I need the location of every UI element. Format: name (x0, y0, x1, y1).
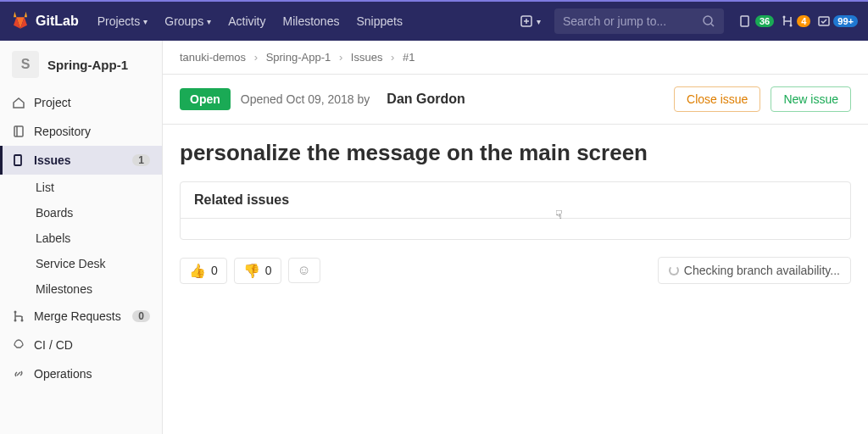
related-issues-panel: Related issues (180, 181, 851, 240)
chevron-right-icon: › (339, 51, 342, 64)
svg-point-10 (21, 320, 24, 322)
nav-snippets[interactable]: Snippets (351, 9, 407, 33)
sidebar-item-repository[interactable]: Repository (0, 117, 162, 146)
thumbs-up-count: 0 (211, 264, 218, 277)
spinner-icon (669, 265, 679, 275)
new-menu-button[interactable]: ▾ (515, 11, 546, 31)
sidebar: S Spring-App-1 Project Repository Issues… (0, 41, 163, 434)
chevron-right-icon: › (254, 51, 258, 64)
brand-label: GitLab (36, 14, 79, 29)
sidebar-item-project[interactable]: Project (0, 88, 162, 117)
sidebar-item-operations[interactable]: Operations (0, 359, 162, 388)
issue-title: personalize the message on the main scre… (180, 140, 851, 166)
breadcrumb-part[interactable]: tanuki-demos (180, 51, 246, 64)
thumbs-down-icon: 👎 (243, 263, 260, 279)
sidebar-item-issues[interactable]: Issues 1 (0, 146, 162, 175)
opened-text: Opened Oct 09, 2018 by (241, 92, 370, 106)
breadcrumb-part[interactable]: Issues (351, 51, 383, 64)
nav-groups[interactable]: Groups▾ (159, 9, 216, 33)
reactions-row: 👍 0 👎 0 ☺ Checking branch availability..… (180, 253, 851, 294)
status-badge: Open (180, 88, 231, 110)
todos-count-badge: 99+ (833, 15, 858, 27)
breadcrumb-part[interactable]: #1 (403, 51, 415, 64)
sidebar-item-label: Project (34, 96, 71, 109)
project-header[interactable]: S Spring-App-1 (0, 41, 162, 88)
svg-rect-7 (14, 155, 21, 165)
search-icon (702, 14, 715, 28)
breadcrumb-part[interactable]: Spring-App-1 (266, 51, 331, 64)
top-navbar: GitLab Projects▾ Groups▾ Activity Milest… (0, 0, 868, 41)
chevron-right-icon: › (391, 51, 394, 64)
gitlab-logo-icon[interactable] (10, 9, 31, 33)
sidebar-sub-service-desk[interactable]: Service Desk (0, 251, 162, 276)
sidebar-sub-boards[interactable]: Boards (0, 200, 162, 225)
issues-icon (12, 153, 25, 167)
sidebar-item-merge-requests[interactable]: Merge Requests 0 (0, 302, 162, 331)
thumbs-down-count: 0 (265, 264, 272, 277)
chevron-down-icon: ▾ (207, 17, 211, 26)
nav-projects[interactable]: Projects▾ (92, 9, 153, 33)
related-issues-header: Related issues (181, 182, 850, 219)
mrs-count-badge: 4 (797, 15, 810, 27)
rocket-icon (12, 338, 25, 352)
svg-point-8 (14, 311, 17, 314)
nav-milestones[interactable]: Milestones (278, 9, 345, 33)
search-bar[interactable] (554, 8, 724, 34)
sidebar-item-label: Issues (34, 153, 71, 167)
related-issues-body (181, 219, 850, 239)
sidebar-item-label: Merge Requests (34, 309, 121, 323)
sidebar-item-label: CI / CD (34, 338, 73, 352)
link-icon (12, 367, 25, 381)
sidebar-sub-list[interactable]: List (0, 175, 162, 200)
mrs-counter[interactable]: 4 (781, 14, 810, 28)
chevron-down-icon: ▾ (143, 17, 147, 26)
author-link[interactable]: Dan Gordon (387, 92, 465, 107)
search-input[interactable] (563, 14, 702, 28)
merge-request-icon (12, 309, 25, 323)
thumbs-down-button[interactable]: 👎 0 (234, 258, 281, 284)
issues-sidebar-count: 1 (132, 154, 150, 166)
smiley-icon: ☺ (298, 263, 311, 278)
svg-point-9 (14, 320, 17, 322)
thumbs-up-button[interactable]: 👍 0 (180, 258, 227, 284)
main-content: tanuki-demos › Spring-App-1 › Issues › #… (163, 41, 868, 434)
top-nav-items: Projects▾ Groups▾ Activity Milestones Sn… (92, 9, 408, 33)
sidebar-item-label: Operations (34, 367, 92, 381)
sidebar-sub-labels[interactable]: Labels (0, 225, 162, 251)
svg-rect-6 (14, 126, 23, 136)
chevron-down-icon: ▾ (537, 17, 541, 26)
sidebar-item-cicd[interactable]: CI / CD (0, 331, 162, 359)
sidebar-sub-milestones[interactable]: Milestones (0, 276, 162, 302)
sidebar-item-label: Repository (34, 125, 91, 138)
svg-point-4 (790, 25, 793, 27)
branch-check-text: Checking branch availability... (684, 264, 840, 277)
project-name: Spring-App-1 (47, 58, 128, 72)
issues-counter[interactable]: 36 (739, 14, 774, 28)
todos-counter[interactable]: 99+ (817, 14, 858, 28)
thumbs-up-icon: 👍 (189, 263, 206, 279)
mr-sidebar-count: 0 (132, 310, 150, 322)
home-icon (12, 96, 25, 109)
repository-icon (12, 125, 25, 138)
svg-rect-2 (741, 16, 748, 26)
nav-activity[interactable]: Activity (223, 9, 270, 33)
project-avatar: S (12, 51, 39, 78)
svg-point-3 (783, 16, 786, 19)
close-issue-button[interactable]: Close issue (674, 86, 760, 112)
svg-point-1 (704, 16, 712, 25)
issues-count-badge: 36 (755, 15, 774, 27)
branch-check-status: Checking branch availability... (658, 257, 851, 284)
breadcrumb: tanuki-demos › Spring-App-1 › Issues › #… (163, 41, 868, 75)
add-reaction-button[interactable]: ☺ (288, 258, 320, 283)
new-issue-button[interactable]: New issue (771, 86, 851, 112)
issue-meta-row: Open Opened Oct 09, 2018 by Dan Gordon C… (163, 75, 868, 125)
